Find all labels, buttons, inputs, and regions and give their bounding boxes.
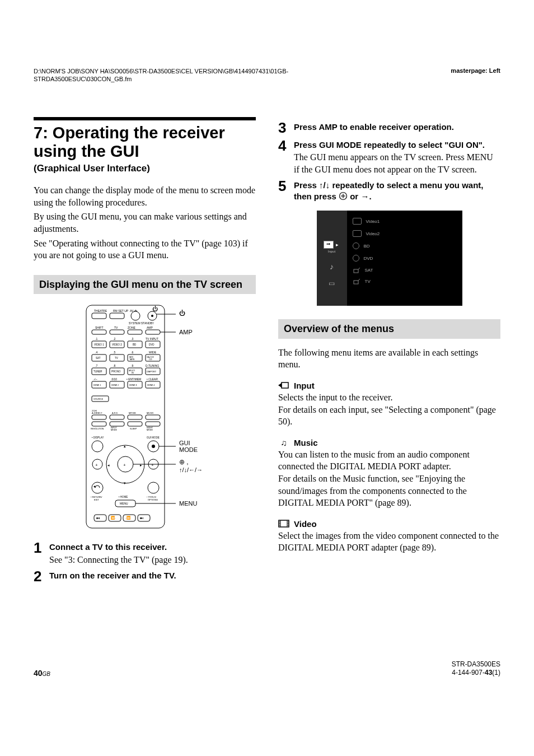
step-5-text-c: or (348, 192, 360, 201)
svg-text:+: + (95, 463, 98, 468)
gui-sidebar: ⮕ ▸ Input ♪ ▭ (317, 211, 347, 306)
up-down-icon: ↑/↓ (319, 180, 330, 190)
svg-text:WIDE: WIDE (149, 351, 157, 354)
section-subtitle: (Graphical User Interface) (34, 163, 256, 174)
svg-text:• ENT/MEM: • ENT/MEM (127, 377, 141, 381)
callout-enter: ⊕ , (179, 458, 189, 466)
intro-paragraph-3: See "Operating without connecting to the… (34, 237, 256, 262)
svg-text:BD: BD (133, 343, 137, 346)
step-1-text: See "3: Connecting the TV" (page 19). (49, 554, 256, 566)
gui-menu-screenshot: ⮕ ▸ Input ♪ ▭ Video1 Video2 BD (317, 211, 462, 306)
svg-text:TUNER: TUNER (93, 370, 102, 373)
step-number: 1 (34, 540, 49, 555)
menu-heading-music: ♫ Music (278, 438, 500, 447)
svg-text:• HOME: • HOME (119, 496, 128, 498)
step-number: 4 (278, 138, 294, 153)
svg-text:VIDEO 2: VIDEO 2 (112, 343, 122, 346)
list-item: DVD (350, 252, 458, 264)
svg-text:⏭: ⏭ (140, 516, 143, 520)
svg-text:TAPE: TAPE (129, 358, 135, 361)
menu-input-body: Selects the input to the receiver. For d… (278, 391, 500, 428)
svg-text:IN: IN (132, 372, 134, 374)
svg-text:.7: .7 (95, 364, 97, 367)
sidebar-item-music: ♪ (327, 263, 336, 270)
list-item: Video1 (350, 215, 458, 227)
step-number: 3 (278, 120, 294, 135)
step-4: 4 Press GUI MODE repeatedly to select "G… (278, 139, 500, 176)
video-source-icon (353, 218, 362, 225)
svg-text:MODE: MODE (147, 429, 153, 431)
footer-code-a: 4-144-907- (452, 669, 485, 676)
svg-text:THEATRE: THEATRE (94, 309, 107, 312)
menu-music-body: You can listen to the music from an audi… (278, 449, 500, 509)
svg-point-7 (131, 311, 140, 320)
svg-rect-84 (146, 422, 160, 426)
svg-text:SAT: SAT (96, 357, 101, 360)
svg-text:EXIT: EXIT (94, 498, 99, 501)
svg-text:.6: .6 (131, 351, 133, 354)
step-5-text-d: . (369, 192, 371, 201)
svg-text:HDMI 3: HDMI 3 (129, 384, 137, 386)
menu-heading-label: Video (294, 519, 317, 529)
disc-icon (353, 255, 359, 262)
svg-text:⏪·: ⏪· (111, 516, 116, 520)
step-4-head: Press GUI MODE repeatedly to select "GUI… (294, 139, 500, 151)
section-title: 7: Operating the receiver using the GUI (34, 124, 256, 161)
svg-rect-138 (282, 382, 288, 388)
svg-rect-15 (92, 330, 106, 334)
left-column: 7: Operating the receiver using the GUI … (34, 117, 256, 589)
svg-text:TV: TV (114, 326, 118, 329)
svg-text:.8: .8 (113, 364, 115, 367)
svg-text:.9: .9 (131, 364, 133, 367)
masterpage-label: masterpage: Left (451, 67, 500, 74)
svg-text:◂: ◂ (107, 463, 110, 467)
disc-icon (353, 242, 359, 249)
film-icon: ▭ (327, 280, 336, 287)
svg-point-9 (151, 315, 153, 317)
list-label: SAT (365, 268, 373, 273)
svg-rect-136 (354, 281, 358, 284)
svg-rect-134 (354, 269, 358, 273)
svg-text:TV: TV (115, 357, 118, 360)
svg-rect-78 (110, 415, 124, 419)
svg-rect-5 (92, 313, 106, 319)
svg-rect-80 (146, 415, 160, 419)
svg-text:.1: .1 (95, 337, 97, 340)
list-label: Video2 (366, 231, 380, 236)
svg-text:SLEEP: SLEEP (130, 428, 137, 430)
svg-rect-17 (128, 330, 142, 334)
svg-line-137 (358, 279, 360, 281)
svg-rect-83 (128, 422, 142, 426)
list-label: BD (364, 244, 370, 249)
step-5: 5 Press ↑/↓ repeatedly to select a menu … (278, 180, 500, 204)
svg-text:.2: .2 (113, 337, 115, 340)
svg-text:HDMI 1: HDMI 1 (93, 384, 101, 386)
svg-text:TV INPUT: TV INPUT (146, 337, 158, 340)
music-note-icon: ♪ (327, 263, 336, 270)
svg-text:AMP: AMP (147, 326, 153, 329)
step-3: 3 Press AMP to enable receiver operation… (278, 122, 500, 135)
svg-text:▸: ▸ (140, 463, 142, 467)
svg-text:MUSIC: MUSIC (147, 412, 154, 414)
page-number: 40GB (34, 669, 50, 678)
svg-text:PHONO: PHONO (111, 370, 121, 373)
page-number-value: 40 (34, 669, 43, 678)
svg-text:CD: CD (149, 358, 152, 361)
video-source-icon (353, 230, 362, 237)
svg-line-135 (358, 268, 360, 269)
svg-text:ZONE: ZONE (128, 326, 136, 329)
svg-text:SHIFT: SHIFT (95, 326, 103, 329)
step-number: 2 (34, 569, 49, 584)
svg-rect-77 (92, 415, 106, 419)
svg-point-95 (152, 445, 155, 448)
svg-rect-81 (92, 422, 106, 426)
svg-text:DVD: DVD (149, 343, 154, 346)
svg-text:▴: ▴ (124, 444, 126, 448)
music-note-icon: ♫ (278, 438, 289, 447)
overview-intro: The following menu items are available i… (278, 347, 500, 371)
svg-text:+: + (151, 463, 154, 468)
svg-marker-139 (278, 383, 282, 388)
sidebar-label: Input (324, 250, 340, 253)
intro-paragraph-1: You can change the display mode of the m… (34, 184, 256, 208)
menu-heading-video: Video (278, 519, 500, 529)
